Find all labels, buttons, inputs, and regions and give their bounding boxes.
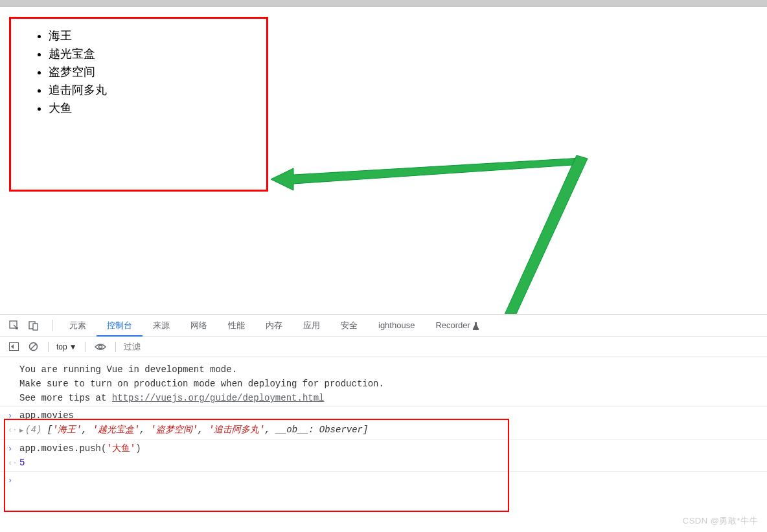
flask-icon [472, 322, 479, 330]
svg-rect-5 [9, 343, 18, 351]
sidebar-toggle-icon[interactable] [6, 340, 21, 354]
output-chevron-icon: ‹· [8, 457, 17, 470]
console-info: See more tips at https://vuejs.org/guide… [0, 391, 767, 405]
device-toggle-icon[interactable] [26, 318, 41, 333]
tab-elements[interactable]: 元素 [59, 315, 97, 337]
tab-console[interactable]: 控制台 [97, 315, 143, 337]
eye-icon[interactable] [93, 340, 108, 354]
input-chevron-icon: › [8, 410, 12, 423]
console-input-line: › app.movies [0, 408, 767, 423]
separator [85, 342, 86, 352]
tab-lighthouse[interactable]: ighthouse [368, 315, 425, 337]
console-output[interactable]: You are running Vue in development mode.… [0, 357, 767, 474]
tab-memory[interactable]: 内存 [255, 315, 293, 337]
watermark: CSDN @勇敢*牛牛 [683, 515, 758, 527]
movie-list: 海王 越光宝盒 盗梦空间 追击阿多丸 大鱼 [17, 27, 260, 117]
devtools-tabs: 元素 控制台 来源 网络 性能 内存 应用 安全 ighthouse Recor… [0, 315, 767, 337]
list-item: 盗梦空间 [49, 63, 260, 81]
tab-recorder[interactable]: Recorder [425, 315, 490, 337]
tab-sources[interactable]: 来源 [143, 315, 180, 337]
output-chevron-icon: ‹· [8, 424, 17, 437]
console-info: Make sure to turn on production mode whe… [0, 377, 767, 391]
clear-console-icon[interactable] [26, 340, 40, 354]
svg-line-7 [30, 344, 36, 349]
movie-list-box: 海王 越光宝盒 盗梦空间 追击阿多丸 大鱼 [9, 17, 268, 192]
separator [52, 320, 52, 331]
input-chevron-icon: › [8, 474, 12, 487]
list-item: 大鱼 [49, 99, 260, 117]
input-chevron-icon: › [8, 443, 12, 456]
list-item: 海王 [49, 27, 260, 45]
svg-point-8 [98, 345, 102, 348]
tab-security[interactable]: 安全 [330, 315, 368, 337]
filter-input[interactable] [124, 340, 767, 354]
list-item: 追击阿多丸 [49, 81, 260, 99]
tab-application[interactable]: 应用 [293, 315, 330, 337]
console-toolbar: top ▼ [0, 337, 767, 357]
tab-performance[interactable]: 性能 [218, 315, 255, 337]
console-input-line: › app.movies.push('大鱼') [0, 441, 767, 456]
inspect-icon[interactable] [6, 318, 22, 333]
list-item: 越光宝盒 [49, 45, 260, 63]
separator [48, 342, 49, 352]
chevron-down-icon: ▼ [69, 342, 77, 351]
console-info: You are running Vue in development mode. [0, 362, 767, 377]
deployment-link[interactable]: https://vuejs.org/guide/deployment.html [112, 393, 325, 403]
console-output-line: ‹· 5 [0, 456, 767, 470]
browser-top-bar [0, 0, 767, 6]
console-output-line[interactable]: ‹· ▶(4) ['海王', '越光宝盒', '盗梦空间', '追击阿多丸', … [0, 423, 767, 438]
tab-network[interactable]: 网络 [180, 315, 218, 337]
svg-rect-4 [33, 324, 38, 330]
context-selector[interactable]: top ▼ [56, 342, 77, 351]
devtools-panel: 元素 控制台 来源 网络 性能 内存 应用 安全 ighthouse Recor… [0, 314, 767, 532]
expand-triangle-icon[interactable]: ▶ [19, 427, 23, 434]
page-content: 海王 越光宝盒 盗梦空间 追击阿多丸 大鱼 [0, 6, 767, 314]
separator [115, 342, 116, 352]
console-prompt[interactable]: › [0, 473, 767, 474]
